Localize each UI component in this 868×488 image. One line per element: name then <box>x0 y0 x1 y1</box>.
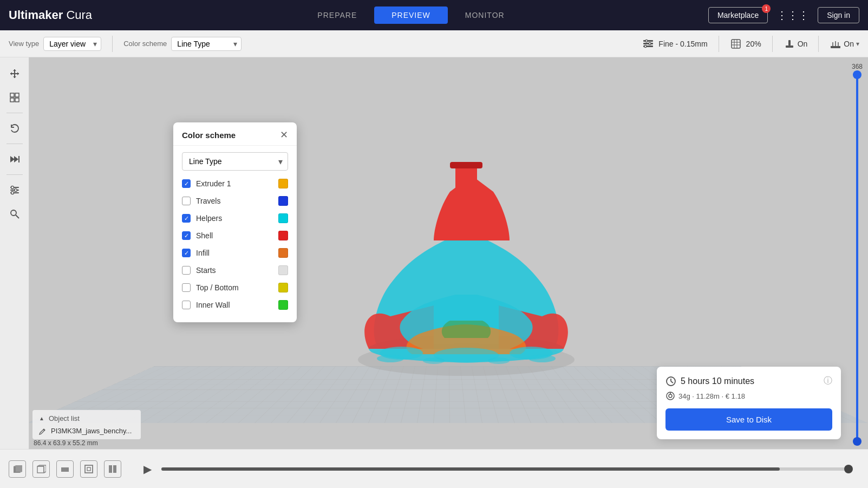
svg-point-37 <box>377 355 404 362</box>
layer-handle-top[interactable] <box>853 70 862 79</box>
color-item-label-innerwall: Inner Wall <box>196 301 273 309</box>
progress-fill <box>161 467 780 471</box>
color-item-infill: Infill <box>173 244 297 262</box>
toolbar-divider-4 <box>818 36 819 52</box>
tab-preview[interactable]: PREVIEW <box>374 6 448 24</box>
marketplace-button[interactable]: Marketplace 1 <box>708 7 768 23</box>
svg-line-44 <box>671 381 673 383</box>
progress-handle[interactable] <box>844 465 853 473</box>
svg-rect-12 <box>788 40 791 45</box>
topbar: Ultimaker Cura PREPARE PREVIEW MONITOR M… <box>0 0 868 30</box>
color-item-label-starts: Starts <box>196 266 273 275</box>
color-swatch-helpers <box>278 213 288 223</box>
object-list-item[interactable]: PI3MK3M_jaws_benchy... <box>32 425 141 437</box>
toolbar-divider-1 <box>112 36 113 52</box>
search-tool-button[interactable] <box>4 203 25 225</box>
svg-line-29 <box>16 215 19 218</box>
popup-dropdown-wrapper: Line Type <box>182 152 288 171</box>
tab-monitor[interactable]: MONITOR <box>448 6 522 24</box>
hollow-cube-button[interactable] <box>80 460 97 478</box>
color-swatch-innerwall <box>278 300 288 310</box>
color-item-extruder1: Extruder 1 <box>173 175 297 192</box>
layer-handle-bottom[interactable] <box>853 437 862 446</box>
svg-point-27 <box>11 192 14 194</box>
svg-point-39 <box>423 357 445 364</box>
nav-right: Marketplace 1 ⋮⋮⋮ Sign in <box>708 6 859 24</box>
layer-slider-track[interactable] <box>856 75 858 441</box>
color-checkbox-extruder1[interactable] <box>182 179 191 188</box>
object-list-title: Object list <box>49 414 80 422</box>
print-info-panel: 5 hours 10 minutes ⓘ 34g · 11.28m · € 1.… <box>657 367 841 439</box>
color-item-shell: Shell <box>173 227 297 244</box>
infill-icon <box>730 38 742 50</box>
print-info-icon[interactable]: ⓘ <box>824 375 832 387</box>
object-list-panel: ▲ Object list PI3MK3M_jaws_benchy... <box>32 410 141 439</box>
svg-marker-19 <box>10 156 15 162</box>
color-item-helpers: Helpers <box>173 210 297 227</box>
undo-icon <box>9 123 20 134</box>
adhesion-dropdown-icon[interactable]: ▾ <box>856 40 859 48</box>
logo-bold: Ultimaker <box>9 8 63 22</box>
color-checkbox-innerwall[interactable] <box>182 301 191 309</box>
left-toolbar-separator-1 <box>6 113 23 113</box>
bottom-toolbar: ▶ <box>0 449 868 488</box>
toolbar-divider-3 <box>772 36 773 52</box>
signin-button[interactable]: Sign in <box>818 7 859 23</box>
svg-rect-11 <box>786 45 793 48</box>
settings-tool-button[interactable] <box>4 179 25 201</box>
color-checkbox-travels[interactable] <box>182 197 191 205</box>
svg-rect-53 <box>85 465 93 473</box>
svg-point-4 <box>649 42 651 44</box>
flat-cube-button[interactable] <box>56 460 74 478</box>
color-checkbox-topbottom[interactable] <box>182 283 191 292</box>
svg-point-25 <box>11 186 14 189</box>
color-scheme-select[interactable]: Line Type <box>171 37 242 51</box>
quality-value: Fine - 0.15mm <box>658 40 707 48</box>
save-to-disk-button[interactable]: Save to Disk <box>665 408 832 431</box>
cube-outline-icon <box>36 464 46 474</box>
color-scheme-dropdown[interactable]: Line Type <box>182 152 288 171</box>
view-type-select[interactable]: Layer view <box>43 37 101 51</box>
clock-icon <box>665 376 676 387</box>
color-checkbox-starts[interactable] <box>182 266 191 275</box>
popup-close-button[interactable]: ✕ <box>280 130 288 140</box>
layer-progress-bar[interactable] <box>161 467 849 471</box>
undo-button[interactable] <box>4 118 25 139</box>
svg-rect-6 <box>732 40 740 48</box>
solid-cube-button[interactable] <box>9 460 26 478</box>
object-list-header[interactable]: ▲ Object list <box>32 412 141 425</box>
support-group: On <box>784 38 808 50</box>
grid-icon[interactable]: ⋮⋮⋮ <box>774 6 811 24</box>
color-checkbox-infill[interactable] <box>182 249 191 257</box>
svg-rect-32 <box>455 165 477 194</box>
skip-button[interactable] <box>4 148 25 170</box>
color-scheme-label: Color scheme <box>123 40 167 48</box>
object-name: PI3MK3M_jaws_benchy... <box>51 427 132 435</box>
2d-view-button[interactable] <box>4 87 25 108</box>
move-tool-button[interactable] <box>4 63 25 84</box>
app-logo: Ultimaker Cura <box>9 8 92 22</box>
color-swatch-shell <box>278 231 288 240</box>
color-swatch-infill <box>278 248 288 258</box>
cube-outline-button[interactable] <box>32 460 50 478</box>
color-item-starts: Starts <box>173 262 297 279</box>
tab-prepare[interactable]: PREPARE <box>300 6 374 24</box>
layer-slider: 368 <box>846 57 868 449</box>
color-checkbox-shell[interactable] <box>182 231 191 240</box>
color-swatch-topbottom <box>278 283 288 292</box>
color-item-label-extruder1: Extruder 1 <box>196 179 273 188</box>
svg-marker-20 <box>14 156 18 162</box>
color-scheme-select-wrapper: Line Type <box>171 37 242 51</box>
view-type-label: View type <box>9 40 39 48</box>
svg-rect-55 <box>109 465 112 473</box>
left-toolbar-separator-3 <box>6 174 23 175</box>
dimensions-display: 86.4 x 63.9 x 55.2 mm <box>34 439 98 447</box>
split-cube-button[interactable] <box>104 460 121 478</box>
play-button[interactable]: ▶ <box>139 460 156 478</box>
color-checkbox-helpers[interactable] <box>182 214 191 223</box>
color-items-list: Extruder 1TravelsHelpersShellInfillStart… <box>173 175 297 314</box>
adhesion-group: On ▾ <box>830 38 859 50</box>
view-type-select-wrapper: Layer view <box>43 37 101 51</box>
svg-point-26 <box>14 189 17 192</box>
search-icon <box>9 209 20 219</box>
